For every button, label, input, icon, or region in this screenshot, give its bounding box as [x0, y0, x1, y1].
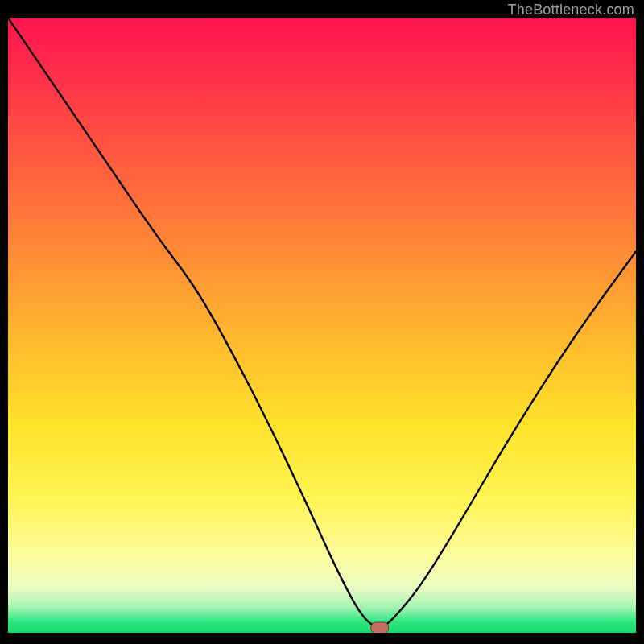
- bottleneck-marker: [371, 622, 389, 633]
- bottleneck-curve-line: [8, 18, 636, 626]
- plot-area: [8, 18, 636, 633]
- chart-svg: [8, 18, 636, 633]
- chart-frame: TheBottleneck.com: [0, 0, 644, 644]
- watermark-text: TheBottleneck.com: [508, 2, 634, 19]
